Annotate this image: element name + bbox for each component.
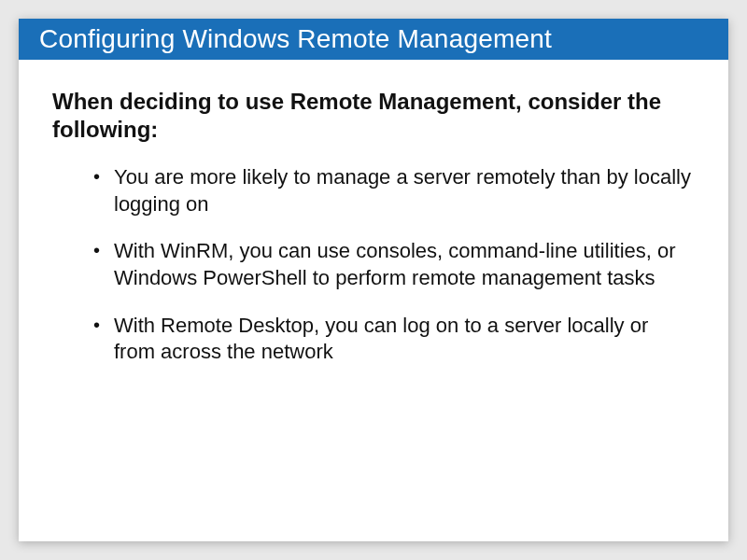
slide-body: When deciding to use Remote Management, … xyxy=(19,60,728,405)
slide: Configuring Windows Remote Management Wh… xyxy=(19,19,728,541)
list-item: With WinRM, you can use consoles, comman… xyxy=(97,238,695,291)
bullet-list: You are more likely to manage a server r… xyxy=(52,164,695,366)
list-item: With Remote Desktop, you can log on to a… xyxy=(97,313,695,366)
list-item: You are more likely to manage a server r… xyxy=(97,164,695,217)
slide-title: Configuring Windows Remote Management xyxy=(19,19,728,60)
intro-text: When deciding to use Remote Management, … xyxy=(52,88,695,144)
